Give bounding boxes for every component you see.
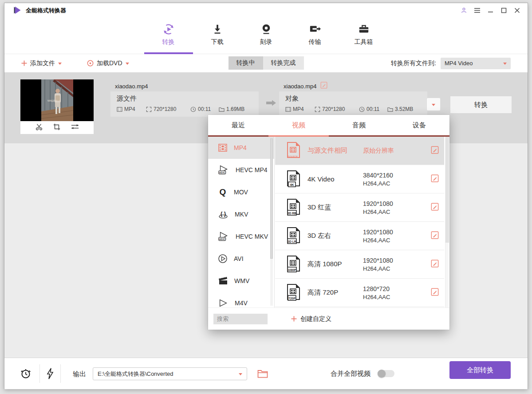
convert-all-button[interactable]: 全部转换 [449,361,511,379]
popup-tab-video[interactable]: 视频 [268,115,329,135]
format-item-wmv[interactable]: WMV [208,270,274,292]
target-resolution: 720*1280 [322,106,345,112]
convert-to-label: 转换所有文件到: [391,59,436,67]
target-label: 对象 [285,95,421,103]
plus-icon [291,316,297,322]
tab-convert-label: 转换 [162,38,175,46]
titlebar: 全能格式转换器 [4,3,528,17]
preset-4k-video[interactable]: 4K 4K Video 3840*2160H264,AAC [275,165,444,193]
folder-icon [219,106,225,112]
preset-hd-1080p[interactable]: 1080P 高清 1080P 1920*1080H264,AAC [275,250,444,279]
source-size: 1.69MB [226,106,244,112]
schedule-icon[interactable] [19,366,32,381]
minimize-button[interactable] [486,6,495,15]
tab-burn[interactable]: 刻录 [242,17,291,54]
popup-tab-recent[interactable]: 最近 [208,115,268,135]
preset-3d-left-right[interactable]: 3D LR 3D 左右 1920*1080H264,AAC [275,222,444,250]
edit-preset-icon[interactable] [431,174,439,184]
svg-text:720P: 720P [288,296,296,299]
merge-videos-toggle[interactable] [378,370,394,377]
svg-text:3D RB: 3D RB [288,211,296,214]
format-item-mov[interactable]: Q MOV [208,181,274,203]
popup-tab-audio[interactable]: 音频 [329,115,389,135]
add-file-button[interactable]: 添加文件 [21,54,62,72]
trim-icon[interactable] [35,123,43,133]
output-path-value[interactable] [98,370,239,377]
source-info-box: 源文件 MP4 720*1280 00:11 1.69MB [110,91,259,117]
format-item-avi[interactable]: AVI [208,248,274,270]
format-item-mkv[interactable]: { } MKV [208,203,274,225]
search-input[interactable] [213,314,268,324]
tab-convert[interactable]: 转换 [144,17,193,54]
preset-same-as-source[interactable]: source 与源文件相同 原始分辨率 [275,137,444,165]
video-file-icon: 3D LR [285,227,301,245]
format-item-hevc-mkv[interactable]: HEVC HEVC MKV [208,225,274,248]
resolution-icon [315,106,320,112]
rename-edit-icon[interactable] [320,82,327,91]
format-list: MP4 HEVC HEVC MP4 Q MOV { } MKV HEVC HEV… [208,137,275,307]
maximize-button[interactable] [499,6,508,15]
video-file-icon: 1080P [285,255,301,274]
load-dvd-button[interactable]: 加载DVD [87,54,129,72]
svg-text:NINQZKJ: NINQZKJ [47,99,57,102]
chevron-down-icon [239,373,242,375]
close-button[interactable] [512,6,521,15]
svg-text:{ }: { } [221,211,226,217]
plus-icon [21,60,27,66]
chevron-down-icon [503,63,507,65]
format-picker-popup: 最近 视频 音频 设备 MP4 HEVC HEVC MP4 Q MOV [208,115,449,330]
video-file-icon: 3D RB [285,198,301,217]
tab-burn-label: 刻录 [260,38,272,46]
effects-icon[interactable] [71,123,79,133]
arrow-right-icon [266,99,276,109]
svg-text:1080P: 1080P [288,268,296,271]
app-window: 全能格式转换器 转换 [4,3,528,389]
tab-download[interactable]: 下载 [193,17,242,54]
convert-to-select[interactable]: MP4 Video [441,58,511,69]
tab-toolbox[interactable]: 工具箱 [339,17,388,54]
film-icon [285,106,291,112]
source-duration: 00:11 [198,106,211,112]
preset-hd-720p[interactable]: 720P 高清 720P 1280*720H264,AAC [275,279,444,307]
tab-download-label: 下载 [211,38,224,46]
high-speed-icon[interactable] [43,366,57,381]
edit-preset-icon[interactable] [431,231,439,241]
format-item-hevc-mp4[interactable]: HEVC HEVC MP4 [208,159,274,181]
film-icon [117,106,122,112]
target-format-dropdown-button[interactable] [426,98,441,111]
tab-transfer[interactable]: 传输 [291,17,339,54]
tab-converting[interactable]: 转换中 [229,56,263,70]
edit-preset-icon[interactable] [431,260,439,269]
divider [39,364,40,383]
format-item-m4v[interactable]: M4V [208,292,274,307]
edit-preset-icon[interactable] [431,146,439,156]
create-custom-button[interactable]: 创建自定义 [291,315,331,323]
quicktime-icon: Q [218,187,228,197]
preset-list-scrollbar[interactable] [445,137,449,307]
toolbox-icon [358,22,370,37]
tab-converted[interactable]: 转换完成 [263,56,304,70]
format-item-mp4[interactable]: MP4 [208,137,274,159]
clock-icon [190,106,196,112]
format-list-scrollbar[interactable] [270,138,273,306]
account-icon[interactable] [459,6,468,15]
bottom-bar: 输出 合并全部视频 全部转换 [4,358,528,389]
tab-transfer-label: 传输 [309,38,321,46]
burn-disc-icon [261,22,272,37]
svg-text:3D LR: 3D LR [288,240,296,243]
menu-icon[interactable] [473,6,481,15]
popup-tab-device[interactable]: 设备 [389,115,449,135]
edit-preset-icon[interactable] [431,203,439,213]
hevc-play-icon: HEVC [218,165,229,175]
svg-text:source: source [288,154,298,158]
output-path-select[interactable] [93,367,247,380]
open-folder-icon[interactable] [257,366,268,381]
preset-3d-red-blue[interactable]: 3D RB 3D 红蓝 1920*1080H264,AAC [275,193,444,222]
edit-preset-icon[interactable] [431,288,439,298]
transfer-icon [309,22,321,37]
chevron-down-icon [58,63,62,65]
source-resolution: 720*1280 [154,106,176,112]
crop-icon[interactable] [53,123,61,133]
clock-icon [359,106,365,112]
convert-file-button[interactable]: 转换 [450,96,512,113]
